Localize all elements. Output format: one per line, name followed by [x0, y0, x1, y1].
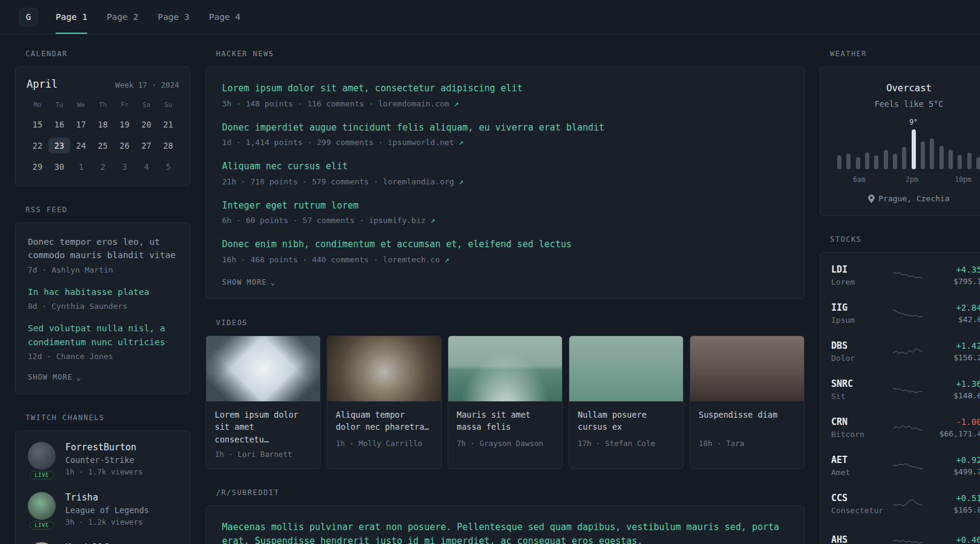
stock-symbol-link[interactable]: SNRC: [831, 378, 887, 389]
day-header: Su: [157, 101, 179, 111]
stock-id: DBS Dolor: [831, 340, 887, 363]
external-link-icon[interactable]: ↗: [459, 138, 463, 147]
stock-values: +2.84% $42.04: [929, 303, 980, 324]
calendar-header: April Week 17 · 2024: [27, 78, 179, 90]
calendar-day-next-month: 4: [136, 159, 157, 175]
day-header: Th: [92, 101, 114, 111]
stock-values: +1.36% $148.64: [929, 379, 980, 400]
channel-name[interactable]: ForrestBurton: [65, 442, 143, 453]
avatar: LIVE: [28, 492, 56, 526]
channel-name[interactable]: Trisha: [65, 492, 149, 503]
weather-highlight-temp: 9°: [909, 118, 918, 126]
video-card[interactable]: Nullam posuere cursus ex 17h · Stefan Co…: [569, 335, 684, 470]
calendar-day: 19: [114, 117, 136, 132]
stock-change: +1.36%: [929, 379, 980, 389]
weather-bar: [856, 157, 860, 169]
stock-price: $66,171.48: [929, 429, 980, 438]
video-thumbnail[interactable]: [327, 336, 441, 401]
tab-page-4[interactable]: Page 4: [209, 0, 240, 34]
stock-name: Lorem: [831, 277, 887, 287]
weather-bar: [893, 154, 897, 169]
twitch-channel-row[interactable]: LIVE Trisha League of Legends 3h · 1.2k …: [28, 492, 178, 526]
hn-story-link[interactable]: Donec enim nibh, condimentum et accumsan…: [222, 238, 788, 251]
rss-show-more-button[interactable]: SHOW MORE ⌄: [28, 373, 82, 381]
channel-info: ForrestBurton Counter-Strike 1h · 1.7k v…: [65, 442, 143, 476]
tab-page-3[interactable]: Page 3: [158, 0, 189, 34]
calendar-grid: Mo Tu We Th Fr Sa Su 15 16 17 18 19 20 2…: [27, 101, 179, 175]
weather-card: Overcast Feels like 5°C 9° 6am2pm10pm Pr…: [820, 66, 980, 216]
rss-card: Donec tempor eros leo, ut commodo mauris…: [15, 222, 191, 394]
video-card[interactable]: Mauris sit amet massa felis 7h · Grayson…: [448, 335, 563, 470]
tab-page-1[interactable]: Page 1: [56, 0, 87, 34]
tab-page-2[interactable]: Page 2: [106, 0, 138, 34]
calendar-day: 27: [136, 138, 157, 154]
stock-symbol-link[interactable]: AET: [831, 455, 887, 465]
hn-story-meta: 16h · 468 points · 440 comments · loremt…: [222, 255, 788, 264]
stock-sparkline: [893, 303, 923, 324]
subreddit-widget: /R/SUBREDDIT Maecenas mollis pulvinar er…: [206, 488, 805, 544]
stock-id: IIG Ipsum: [831, 302, 887, 325]
weather-bar: [902, 147, 906, 169]
video-card[interactable]: Suspendisse diam 18h · Tara: [690, 335, 805, 470]
right-column: WEATHER Overcast Feels like 5°C 9° 6am2p…: [820, 50, 980, 544]
video-thumbnail[interactable]: [206, 336, 320, 401]
rss-item-link[interactable]: Donec tempor eros leo, ut commodo mauris…: [28, 235, 178, 262]
videos-row: Lorem ipsum dolor sit amet consectetu… 1…: [206, 335, 805, 470]
video-title[interactable]: Suspendisse diam: [690, 401, 804, 435]
stock-change: +0.46%: [929, 535, 980, 544]
middle-column: HACKER NEWS Lorem ipsum dolor sit amet, …: [206, 50, 805, 544]
rss-item: Donec tempor eros leo, ut commodo mauris…: [28, 235, 178, 274]
stock-row: DBS Dolor +1.42% $156.28: [831, 332, 980, 371]
hn-story-link[interactable]: Aliquam nec cursus elit: [222, 160, 788, 173]
external-link-icon[interactable]: ↗: [459, 177, 463, 186]
stock-sparkline: [893, 531, 923, 544]
video-title[interactable]: Mauris sit amet massa felis: [448, 401, 562, 435]
rss-item-link[interactable]: In hac habitasse platea: [28, 285, 178, 299]
external-link-icon[interactable]: ↗: [445, 255, 449, 264]
video-title[interactable]: Lorem ipsum dolor sit amet consectetu…: [206, 401, 320, 447]
subreddit-post-link[interactable]: Maecenas mollis pulvinar erat non posuer…: [222, 520, 788, 544]
stock-symbol-link[interactable]: DBS: [831, 340, 887, 351]
video-title[interactable]: Nullam posuere cursus ex: [569, 401, 683, 435]
video-card[interactable]: Aliquam tempor dolor nec pharetra… 1h · …: [327, 335, 442, 470]
stock-name: Amet: [831, 468, 887, 477]
external-link-icon[interactable]: ↗: [454, 99, 459, 108]
stock-symbol-link[interactable]: IIG: [831, 302, 887, 313]
stock-symbol-link[interactable]: CRN: [831, 416, 887, 427]
video-meta: 18h · Tara: [690, 435, 804, 458]
stock-values: +0.92% $499.72: [929, 455, 980, 476]
channel-meta: 3h · 1.2k viewers: [65, 517, 149, 526]
hn-story-link[interactable]: Lorem ipsum dolor sit amet, consectetur …: [222, 82, 788, 96]
tab-label: Page 1: [56, 12, 87, 22]
rss-item-link[interactable]: Sed volutpat nulla nisl, a condimentum n…: [28, 322, 178, 349]
hn-story-meta-text: 3h · 148 points · 116 comments · loremdo…: [222, 99, 449, 108]
calendar-day: 29: [27, 159, 48, 175]
weather-bar: 9°: [912, 129, 916, 169]
calendar-day: 22: [27, 138, 48, 154]
stock-price: $148.64: [929, 391, 980, 400]
stock-change: +1.42%: [929, 341, 980, 351]
calendar-day: 15: [27, 117, 48, 132]
stock-symbol-link[interactable]: LDI: [831, 264, 887, 275]
weather-bar: [865, 152, 869, 169]
stock-id: LDI Lorem: [831, 264, 887, 287]
stocks-card: LDI Lorem +4.35% $795.18 IIG Ipsum: [820, 252, 980, 544]
video-title[interactable]: Aliquam tempor dolor nec pharetra…: [327, 401, 441, 435]
hn-story-link[interactable]: Donec imperdiet augue tincidunt felis al…: [222, 121, 788, 135]
stock-symbol-link[interactable]: AHS: [831, 534, 887, 544]
tab-label: Page 3: [158, 12, 189, 22]
stock-symbol-link[interactable]: CCS: [831, 493, 887, 504]
hn-show-more-button[interactable]: SHOW MORE ⌄: [222, 278, 276, 287]
weather-time-label: 2pm: [906, 175, 918, 184]
hn-story-link[interactable]: Integer eget rutrum lorem: [222, 199, 788, 213]
twitch-widget: TWITCH CHANNELS LIVE ForrestBurton Count…: [15, 413, 191, 544]
twitch-channel-row[interactable]: LIVE ForrestBurton Counter-Strike 1h · 1…: [28, 442, 178, 476]
dot-separator: ·: [152, 80, 157, 89]
video-thumbnail[interactable]: [569, 336, 683, 401]
calendar-day: 24: [70, 138, 92, 154]
hackernews-widget: HACKER NEWS Lorem ipsum dolor sit amet, …: [206, 50, 805, 299]
video-thumbnail[interactable]: [690, 336, 804, 401]
external-link-icon[interactable]: ↗: [430, 216, 435, 225]
video-card[interactable]: Lorem ipsum dolor sit amet consectetu… 1…: [206, 335, 321, 470]
video-thumbnail[interactable]: [448, 336, 562, 401]
